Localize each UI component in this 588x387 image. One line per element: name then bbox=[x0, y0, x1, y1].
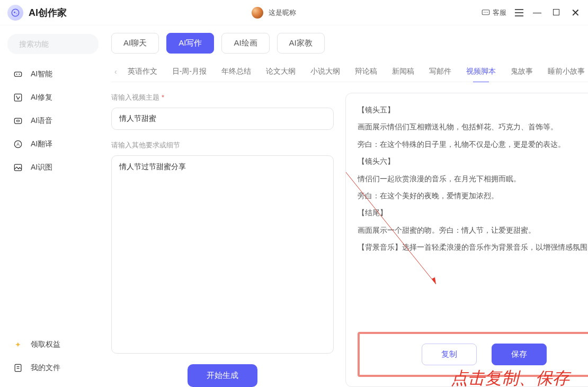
sub-category-nav: ‹ 英语作文 日-周-月报 年终总结 论文大纲 小说大纲 辩论稿 新闻稿 写邮件… bbox=[111, 61, 588, 82]
sub-tab-english-essay[interactable]: 英语作文 bbox=[120, 61, 165, 82]
svg-rect-9 bbox=[14, 72, 21, 76]
ai-brain-icon bbox=[13, 69, 23, 80]
input-panel: 请输入视频主题* 请输入其他要求或细节 开始生成 bbox=[111, 93, 334, 387]
sidebar-item-my-files[interactable]: 我的文件 bbox=[7, 357, 99, 379]
sidebar-item-label: AI翻译 bbox=[31, 139, 52, 149]
svg-point-1 bbox=[14, 11, 15, 13]
sidebar: AI智能 AI修复 AI语音 A AI翻译 AI识图 ✦ 领取权益 bbox=[0, 25, 106, 387]
svg-point-4 bbox=[484, 12, 485, 13]
menu-icon[interactable] bbox=[515, 9, 523, 16]
output-panel: 【镜头五】 画面展示情侣们互相赠送礼物，包括鲜花、巧克力、首饰等。 旁白：在这个… bbox=[345, 93, 588, 387]
output-shot6-title: 【镜头六】 bbox=[358, 155, 588, 167]
detail-textarea[interactable] bbox=[111, 155, 334, 354]
tab-ai-write[interactable]: AI写作 bbox=[166, 33, 214, 54]
tab-ai-chat[interactable]: AI聊天 bbox=[111, 33, 159, 54]
sub-tab-debate[interactable]: 辩论稿 bbox=[348, 61, 385, 82]
window-close-button[interactable]: ✕ bbox=[570, 6, 581, 19]
sidebar-item-label: 我的文件 bbox=[31, 363, 60, 373]
sidebar-item-label: AI识图 bbox=[31, 163, 52, 172]
app-logo-icon bbox=[7, 5, 23, 21]
titlebar: AI创作家 这是昵称 客服 — ✕ bbox=[0, 0, 588, 25]
svg-point-2 bbox=[16, 13, 17, 14]
star-icon: ✦ bbox=[13, 339, 23, 350]
output-shot5-vo: 旁白：在这个特殊的日子里，礼物不仅是心意，更是爱的表达。 bbox=[358, 138, 588, 150]
window-maximize-button[interactable] bbox=[551, 8, 562, 17]
sidebar-item-label: AI语音 bbox=[31, 116, 52, 126]
sidebar-item-label: AI修复 bbox=[31, 93, 52, 102]
output-end-title: 【结尾】 bbox=[358, 207, 588, 218]
sub-tab-email[interactable]: 写邮件 bbox=[422, 61, 459, 82]
user-avatar[interactable] bbox=[252, 7, 263, 19]
sub-tab-thesis-outline[interactable]: 论文大纲 bbox=[259, 61, 303, 82]
file-icon bbox=[13, 363, 23, 373]
generate-button[interactable]: 开始生成 bbox=[188, 364, 257, 387]
sidebar-item-ai-voice[interactable]: AI语音 bbox=[7, 110, 99, 131]
svg-point-6 bbox=[487, 12, 488, 13]
svg-rect-19 bbox=[14, 164, 21, 171]
ai-image-icon bbox=[13, 162, 23, 173]
sub-tab-bedtime-story[interactable]: 睡前小故事 bbox=[540, 61, 588, 82]
sidebar-item-ai-image[interactable]: AI识图 bbox=[7, 157, 99, 178]
sidebar-item-rewards[interactable]: ✦ 领取权益 bbox=[7, 334, 99, 355]
svg-rect-20 bbox=[15, 364, 21, 371]
sidebar-item-ai-smart[interactable]: AI智能 bbox=[7, 64, 99, 85]
svg-point-10 bbox=[16, 74, 17, 75]
sidebar-item-label: 领取权益 bbox=[31, 340, 60, 349]
ai-voice-icon bbox=[13, 116, 23, 126]
ai-repair-icon bbox=[13, 92, 23, 103]
svg-point-0 bbox=[12, 9, 19, 16]
svg-point-5 bbox=[485, 12, 486, 13]
topic-field-label: 请输入视频主题* bbox=[111, 93, 334, 102]
svg-text:A: A bbox=[16, 142, 20, 147]
svg-point-11 bbox=[19, 74, 20, 75]
sub-tab-report[interactable]: 日-周-月报 bbox=[165, 61, 214, 82]
output-bgm: 【背景音乐】选择一首轻柔浪漫的音乐作为背景音乐，以增强情感氛围。 bbox=[358, 241, 588, 253]
tab-ai-tutor[interactable]: AI家教 bbox=[277, 33, 325, 54]
output-shot5-title: 【镜头五】 bbox=[358, 104, 588, 116]
output-shot6-desc: 情侣们一起欣赏浪漫的音乐，在月光下相拥而眠。 bbox=[358, 173, 588, 184]
user-nickname: 这是昵称 bbox=[269, 8, 296, 17]
svg-rect-12 bbox=[14, 94, 21, 101]
ai-translate-icon: A bbox=[13, 139, 23, 149]
chat-icon bbox=[481, 8, 491, 17]
app-title: AI创作家 bbox=[29, 6, 67, 19]
sidebar-item-ai-repair[interactable]: AI修复 bbox=[7, 87, 99, 108]
topic-input[interactable] bbox=[111, 108, 334, 130]
sidebar-item-ai-translate[interactable]: A AI翻译 bbox=[7, 134, 99, 155]
sub-tab-news[interactable]: 新闻稿 bbox=[385, 61, 422, 82]
search-input[interactable] bbox=[19, 40, 112, 48]
sub-nav-prev-arrow[interactable]: ‹ bbox=[111, 67, 120, 76]
sub-tab-novel-outline[interactable]: 小说大纲 bbox=[303, 61, 348, 82]
save-button[interactable]: 保存 bbox=[492, 344, 547, 365]
output-text: 【镜头五】 画面展示情侣们互相赠送礼物，包括鲜花、巧克力、首饰等。 旁白：在这个… bbox=[358, 104, 588, 328]
content-area: AI聊天 AI写作 AI绘画 AI家教 ‹ 英语作文 日-周-月报 年终总结 论… bbox=[106, 25, 588, 387]
window-minimize-button[interactable]: — bbox=[532, 8, 542, 17]
sidebar-item-label: AI智能 bbox=[31, 69, 52, 79]
customer-service-button[interactable]: 客服 bbox=[481, 8, 506, 17]
sub-tab-ghost-story[interactable]: 鬼故事 bbox=[503, 61, 540, 82]
tab-ai-draw[interactable]: AI绘画 bbox=[221, 33, 269, 54]
copy-button[interactable]: 复制 bbox=[422, 344, 477, 365]
customer-service-label: 客服 bbox=[493, 8, 506, 17]
sub-tab-video-script[interactable]: 视频脚本 bbox=[459, 61, 503, 82]
search-box[interactable] bbox=[7, 34, 99, 54]
output-end-desc: 画面展示一个甜蜜的吻。旁白：情人节，让爱更甜蜜。 bbox=[358, 224, 588, 236]
output-shot6-vo: 旁白：在这个美好的夜晚，爱情更加浓烈。 bbox=[358, 190, 588, 201]
action-buttons-highlight: 复制 保存 bbox=[358, 332, 588, 377]
output-shot5-desc: 画面展示情侣们互相赠送礼物，包括鲜花、巧克力、首饰等。 bbox=[358, 121, 588, 133]
sub-tab-year-summary[interactable]: 年终总结 bbox=[214, 61, 259, 82]
detail-field-label: 请输入其他要求或细节 bbox=[111, 140, 334, 150]
